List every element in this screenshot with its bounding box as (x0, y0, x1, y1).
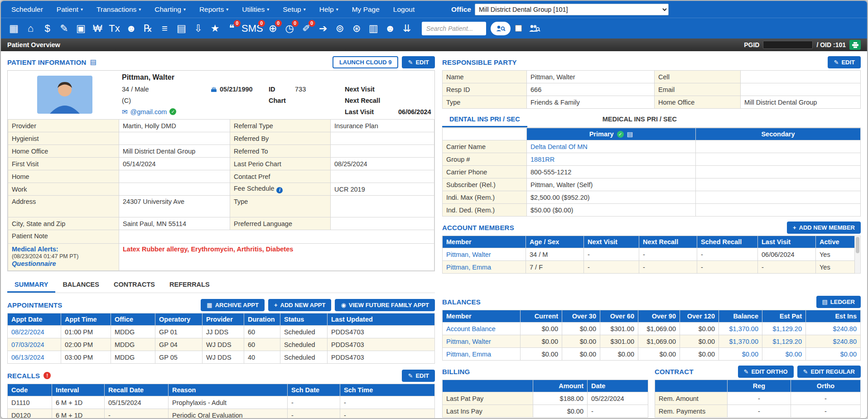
view-future-family-appt-button[interactable]: ◉VIEW FUTURE FAMILY APPT (335, 299, 435, 311)
members-scrollbar[interactable] (855, 236, 861, 274)
family-search-icon[interactable] (526, 20, 543, 37)
treatment-plan-icon[interactable]: Tx (106, 20, 123, 37)
home-icon[interactable]: ⌂ (22, 20, 39, 37)
tab-balances[interactable]: BALANCES (55, 277, 106, 293)
info-row: First Visit 05/14/2024 Last Perio Chart … (8, 158, 434, 170)
memo-icon[interactable]: ≡ (156, 20, 173, 37)
balance-est-ins-link[interactable]: $240.80 (806, 335, 861, 348)
menu-setup[interactable]: Setup▾ (276, 1, 313, 18)
questionnaire-link[interactable]: Questionnaire (12, 260, 115, 267)
import-doc-icon[interactable]: ⇩ (190, 20, 207, 37)
patient-photo[interactable] (37, 76, 92, 114)
balance-est-pat-link[interactable]: $1,129.20 (762, 323, 806, 335)
balance-total-link[interactable]: $1,370.00 (719, 323, 762, 335)
appt-date-link[interactable]: 08/22/2024 (8, 326, 61, 338)
primary-doc-icon[interactable]: ▤ (627, 130, 633, 138)
balance-total-link[interactable]: $1,370.00 (719, 335, 762, 348)
collapse-toolbar-icon[interactable]: ⇊ (399, 20, 415, 37)
billing-row: Last Pat Pay $188.00 05/22/2024 (443, 392, 648, 405)
tab-dental-ins[interactable]: DENTAL INS PRI / SEC (442, 111, 527, 127)
edit-patient-button[interactable]: ✎EDIT (402, 56, 435, 68)
patient-search-input[interactable] (422, 22, 486, 35)
balance-est-pat-link[interactable]: $1,129.20 (762, 335, 806, 348)
ledger-button[interactable]: ▤LEDGER (816, 296, 861, 308)
menu-help[interactable]: Help▾ (313, 1, 345, 18)
menu-reports[interactable]: Reports▾ (193, 1, 235, 18)
appt-status: Scheduled (280, 338, 328, 351)
launch-cloud9-button[interactable]: LAUNCH CLOUD 9 (333, 56, 399, 68)
menu-charting[interactable]: Charting▾ (148, 1, 193, 18)
menu-scheduler[interactable]: Scheduler (5, 1, 50, 18)
last-visit-row: Last Visit06/06/2024 (345, 108, 434, 116)
add-patient-icon[interactable]: ☻ (123, 20, 140, 37)
menu-my-page[interactable]: My Page (345, 1, 386, 18)
patient-doc-icon[interactable]: ▤ (90, 58, 96, 66)
tab-contracts[interactable]: CONTRACTS (106, 277, 162, 293)
waitlist-icon[interactable]: ₩ (89, 20, 106, 37)
info-icon[interactable]: i (276, 187, 283, 193)
balance-member-link[interactable]: Pittman, Walter (443, 335, 521, 348)
responsible-party-header: RESPONSIBLE PARTY ✎EDIT (442, 54, 861, 70)
insurance-row: Ind. Ded. (Rem.) $50.00 ($0.00) (443, 204, 861, 217)
edit-regular-button[interactable]: ✎EDIT REGULAR (797, 366, 861, 378)
office-select[interactable]: Mill District Dental Group [101] (475, 4, 669, 15)
member-sched-recall: - (697, 248, 758, 261)
chart-note-icon[interactable]: ✎ (56, 20, 72, 37)
right-column: RESPONSIBLE PARTY ✎EDIT Name Pittman, Wa… (442, 54, 861, 418)
sms-icon[interactable]: SMS 0 (240, 20, 265, 37)
menu-transactions[interactable]: Transactions▾ (90, 1, 148, 18)
forms-icon[interactable]: ✐ 0 (298, 20, 315, 37)
web-search-icon[interactable]: ⊛ (348, 20, 365, 37)
billing-circle-icon[interactable]: ⊚ (332, 20, 348, 37)
reminders-icon[interactable]: ◷ 0 (281, 20, 298, 37)
balance-est-pat-link[interactable]: $0.00 (762, 348, 806, 361)
patient-search-button[interactable] (491, 22, 511, 35)
menu-patient[interactable]: Patient▾ (50, 1, 90, 18)
tab-summary[interactable]: SUMMARY (7, 277, 55, 293)
column-header: Duration (244, 313, 280, 326)
recalls-title: RECALLS (7, 372, 40, 380)
forward-icon[interactable]: ➔ (315, 20, 332, 37)
search-filter-checkbox[interactable] (515, 25, 522, 32)
column-header: Sch Time (340, 384, 435, 396)
documents-icon[interactable]: ▤ (173, 20, 190, 37)
payments-icon[interactable]: $ (39, 20, 56, 37)
tab-medical-ins[interactable]: MEDICAL INS PRI / SEC (595, 111, 684, 127)
add-new-appt-button[interactable]: +ADD NEW APPT (268, 299, 332, 311)
print-button[interactable] (849, 40, 861, 50)
scrollbar-thumb[interactable] (856, 237, 859, 253)
balance-member-link[interactable]: Pittman, Emma (443, 348, 521, 361)
appt-date-link[interactable]: 06/13/2024 (8, 351, 61, 364)
prescription-icon[interactable]: ℞ (140, 20, 156, 37)
balance-est-ins-link[interactable]: $0.00 (806, 348, 861, 361)
appt-date-link[interactable]: 07/03/2024 (8, 338, 61, 351)
tab-referrals[interactable]: REFERRALS (162, 277, 217, 293)
oid-label: / OID :101 (816, 41, 846, 48)
family-icon[interactable]: ☻ (382, 20, 399, 37)
edit-ortho-button[interactable]: ✎EDIT ORTHO (738, 366, 794, 378)
email-icon: ✉ (122, 108, 128, 116)
summary-tabs: SUMMARYBALANCESCONTRACTSREFERRALS (7, 276, 435, 293)
package-icon[interactable]: ▣ (72, 20, 89, 37)
patient-email-link[interactable]: @gmail.com (130, 108, 167, 116)
starred-doc-icon[interactable]: ★ (207, 20, 223, 37)
edit-responsible-button[interactable]: ✎EDIT (828, 56, 861, 68)
balance-est-ins-link[interactable]: $240.80 (806, 323, 861, 335)
city-state-zip-value: Saint Paul, MN 55114 (119, 217, 230, 230)
menu-logout[interactable]: Logout (386, 1, 421, 18)
patient-age-sex: 34 / Male (122, 86, 211, 93)
chat-icon[interactable]: ❝ 0 (223, 20, 240, 37)
member-name-link[interactable]: Pittman, Walter (443, 248, 526, 261)
members-body: Pittman, Walter 34 / M - - - 06/06/2024 … (443, 248, 855, 274)
scheduler-icon[interactable]: ▦ (5, 20, 22, 37)
archive-appt-button[interactable]: ▦ARCHIVE APPT (201, 299, 265, 311)
resp-label: Resp ID (443, 83, 527, 96)
printer-icon[interactable]: ▥ (365, 20, 382, 37)
add-new-member-button[interactable]: +ADD NEW MEMBER (787, 222, 861, 234)
balance-member-link[interactable]: Account Balance (443, 323, 521, 335)
edit-recalls-button[interactable]: ✎EDIT (402, 370, 435, 382)
balance-total-link[interactable]: $0.00 (719, 348, 762, 361)
member-name-link[interactable]: Pittman, Emma (443, 261, 526, 274)
web-icon[interactable]: ⊕ 0 (265, 20, 281, 37)
menu-utilities[interactable]: Utilities▾ (235, 1, 276, 18)
